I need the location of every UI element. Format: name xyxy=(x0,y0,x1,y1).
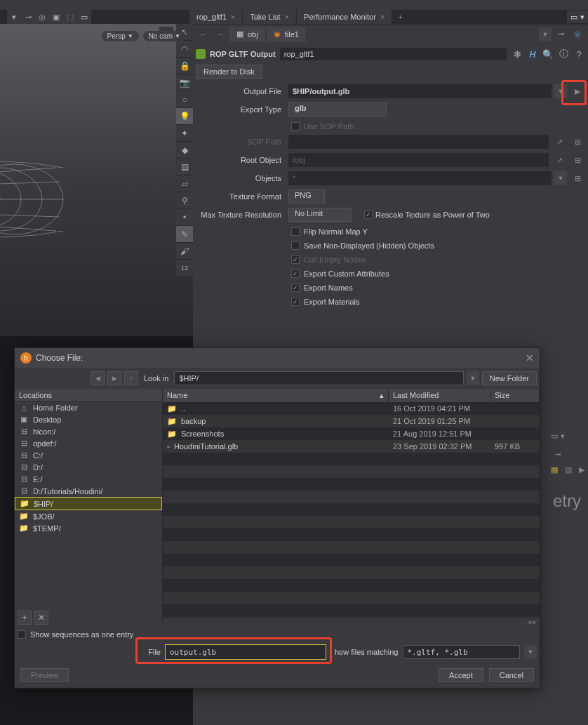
tab-take-list[interactable]: Take List× xyxy=(243,10,296,24)
tab-perfmon[interactable]: Performance Monitor× xyxy=(297,10,392,24)
add-tab-icon[interactable]: + xyxy=(392,13,408,21)
tab-rop-gltf[interactable]: rop_gltf1× xyxy=(189,10,242,24)
note-icon[interactable]: ▤ xyxy=(547,462,561,477)
dropdown-icon[interactable]: ▼ xyxy=(467,371,479,385)
cull-empty-checkbox[interactable] xyxy=(291,255,300,264)
dropdown-icon[interactable]: ▼ xyxy=(554,171,567,185)
node-name-input[interactable] xyxy=(280,48,507,60)
dialog-titlebar[interactable]: h Choose File: ✕ xyxy=(15,348,540,368)
persp-dropdown[interactable]: Persp▼ xyxy=(102,31,139,41)
location-item[interactable]: 📁$JOB/ xyxy=(15,510,162,522)
accept-button[interactable]: Accept xyxy=(439,668,483,682)
pane-corner-icon[interactable]: ▭ ▾ xyxy=(547,428,568,444)
file-match-input[interactable] xyxy=(403,645,521,659)
file-row[interactable]: 📁Screenshots21 Aug 2019 12:51 PM xyxy=(163,427,540,440)
tool-edit-icon[interactable]: ✎ xyxy=(176,226,193,243)
target-icon[interactable]: ◎ xyxy=(570,27,585,42)
export-custom-checkbox[interactable] xyxy=(291,270,300,278)
new-folder-button[interactable]: New Folder xyxy=(482,371,537,385)
remove-location-button[interactable]: ✕ xyxy=(34,611,48,625)
file-row[interactable]: 📁..16 Oct 2019 04:21 PM xyxy=(163,402,540,415)
location-item[interactable]: 📁$TEMP/ xyxy=(15,522,162,534)
use-sop-checkbox[interactable] xyxy=(291,122,300,131)
play-icon[interactable]: ▶ xyxy=(575,462,588,477)
save-hidden-checkbox[interactable] xyxy=(291,241,300,250)
tool-plus-icon[interactable]: ✦ xyxy=(176,125,193,142)
tool-plane-icon[interactable]: ▱ xyxy=(176,175,193,192)
help-icon[interactable]: ? xyxy=(573,48,585,60)
tool-brush-icon[interactable]: 🖌 xyxy=(176,243,193,260)
picker-icon[interactable]: ⊞ xyxy=(570,171,585,185)
render-button[interactable]: Render to Disk xyxy=(196,65,262,79)
scrollbar[interactable]: ◀ ▶ xyxy=(163,619,540,627)
tool-12-icon[interactable]: 12 xyxy=(176,260,193,277)
file-name-input[interactable] xyxy=(165,644,326,660)
bc-dropdown-icon[interactable]: ▼ xyxy=(539,27,552,41)
root-object-input[interactable] xyxy=(288,153,549,167)
location-item[interactable]: ⊟opdef:/ xyxy=(15,437,162,449)
gear-icon[interactable]: ✻ xyxy=(511,48,523,60)
open-icon[interactable]: ↗ xyxy=(552,135,567,149)
h-node-icon[interactable]: H xyxy=(526,48,539,60)
tool-anchor-icon[interactable]: ⚲ xyxy=(176,192,193,209)
export-mat-checkbox[interactable] xyxy=(291,298,300,306)
show-seq-checkbox[interactable] xyxy=(18,630,26,639)
location-item[interactable]: ⊟hicon:/ xyxy=(15,425,162,437)
pane-corner[interactable]: ▭ ▾ xyxy=(567,11,588,23)
file-row[interactable]: 📁backup21 Oct 2019 01:25 PM xyxy=(163,415,540,427)
tool-light-icon[interactable]: ○ xyxy=(176,91,193,108)
target-icon[interactable]: ◎ xyxy=(35,10,49,24)
location-item[interactable]: 📁$HIP/ xyxy=(15,497,162,510)
flip-normal-checkbox[interactable] xyxy=(291,227,300,236)
camera-dropdown[interactable]: No cam▼ xyxy=(143,31,186,41)
tool-camera-icon[interactable]: 📷 xyxy=(176,74,193,91)
dropdown-icon[interactable]: ▼ xyxy=(524,645,537,659)
tool-lasso-icon[interactable]: ◠ xyxy=(176,41,193,58)
location-item[interactable]: ⊟D:/Tutorials/Houdini/ xyxy=(15,485,162,497)
nav-up-icon[interactable]: ↑ xyxy=(124,371,138,385)
frame-icon[interactable]: ⬚ xyxy=(63,10,77,24)
output-file-input[interactable] xyxy=(288,84,552,98)
lookin-input[interactable] xyxy=(174,371,463,385)
tool-dot-icon[interactable]: • xyxy=(176,209,193,226)
preview-button[interactable]: Preview xyxy=(20,668,69,682)
capture-icon[interactable]: ▭ xyxy=(77,10,91,24)
col-name[interactable]: Name▴ xyxy=(163,389,389,402)
dropdown-icon[interactable]: ▼ xyxy=(554,84,567,98)
export-type-select[interactable]: glb xyxy=(288,102,387,117)
location-item[interactable]: ⊟C:/ xyxy=(15,449,162,461)
search-icon[interactable]: 🔍 xyxy=(542,48,554,60)
nav-back-icon[interactable]: ← xyxy=(196,27,211,42)
info-icon[interactable]: ⓘ xyxy=(557,48,570,60)
max-res-select[interactable]: No Limit xyxy=(288,208,352,222)
breadcrumb-file[interactable]: ◉file1 xyxy=(267,27,306,42)
col-size[interactable]: Size xyxy=(490,389,540,402)
close-icon[interactable]: × xyxy=(380,13,385,21)
box-icon[interactable]: ▣ xyxy=(49,10,63,24)
picker-icon[interactable]: ⊞ xyxy=(570,135,585,149)
viewport-dropdown-icon[interactable]: ▾ xyxy=(7,10,21,24)
rescale-checkbox[interactable] xyxy=(364,211,373,219)
file-row[interactable]: ▫HoudiniTutorial.glb23 Sep 2019 02:32 PM… xyxy=(163,440,540,453)
location-item[interactable]: ⊟D:/ xyxy=(15,461,162,473)
export-names-checkbox[interactable] xyxy=(291,284,300,292)
tex-format-select[interactable]: PNG xyxy=(288,189,325,204)
objects-input[interactable] xyxy=(288,171,552,185)
pin-icon[interactable]: ⊸ xyxy=(553,27,568,42)
display-icon[interactable]: ▥ xyxy=(561,462,575,477)
cancel-button[interactable]: Cancel xyxy=(489,668,534,682)
add-location-button[interactable]: + xyxy=(18,611,32,625)
col-modified[interactable]: Last Modified xyxy=(389,389,490,402)
pin-icon[interactable]: ⊸ xyxy=(21,10,35,24)
location-item[interactable]: ⌂Home Folder xyxy=(15,402,162,413)
pin-icon[interactable]: ⊸ xyxy=(547,446,568,462)
close-icon[interactable]: × xyxy=(285,13,289,21)
tool-layer-icon[interactable]: ▤ xyxy=(176,159,193,175)
locations-list[interactable]: ⌂Home Folder▣Desktop⊟hicon:/⊟opdef:/⊟C:/… xyxy=(15,402,162,608)
nav-back-icon[interactable]: ◀ xyxy=(91,371,105,385)
file-chooser-icon[interactable]: ▶ xyxy=(570,84,585,98)
tool-lock-icon[interactable]: 🔒 xyxy=(176,58,193,74)
close-icon[interactable]: ✕ xyxy=(526,352,534,364)
location-item[interactable]: ▣Desktop xyxy=(15,413,162,425)
nav-fwd-icon[interactable]: ▶ xyxy=(107,371,121,385)
